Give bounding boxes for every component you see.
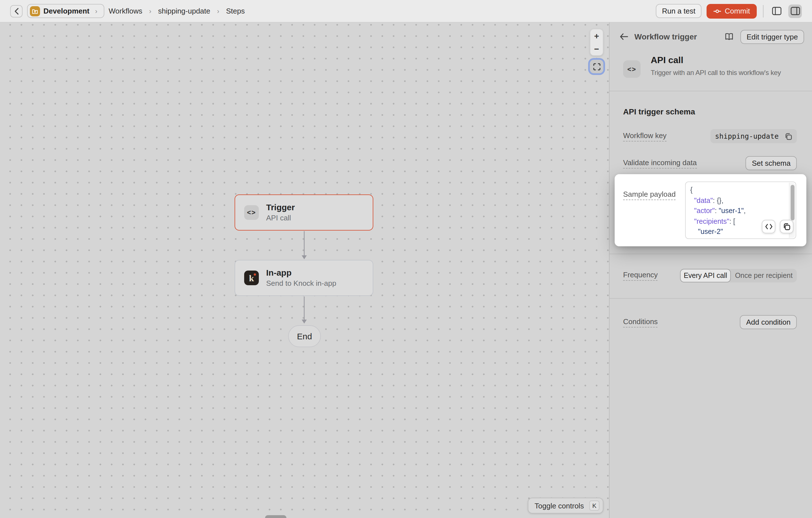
sample-payload-spotlight: Sample payload { "data": {}, "actor": "u… <box>615 174 806 246</box>
trigger-type-summary: <> API call Trigger with an API call to … <box>623 55 804 78</box>
top-bar-left: Development › Workflows › shipping-updat… <box>10 4 651 18</box>
code-brackets-icon <box>765 224 772 230</box>
panel-left-icon <box>772 7 781 15</box>
toggle-left-panel-button[interactable] <box>770 4 783 18</box>
environment-folder-icon <box>30 6 40 16</box>
section-heading: API trigger schema <box>623 107 695 116</box>
panel-right-icon <box>790 7 800 15</box>
toggle-controls-label: Toggle controls <box>534 501 584 510</box>
canvas-zoom-controls: + − <box>590 29 603 73</box>
breadcrumb-workflow-key[interactable]: shipping-update <box>158 7 210 15</box>
workflow-canvas[interactable]: + − <> Trigger API call k In-app S <box>0 23 609 518</box>
toggle-right-panel-button[interactable] <box>788 4 802 18</box>
sample-payload-editor[interactable]: { "data": {}, "actor": "user-1", "recipi… <box>685 182 796 239</box>
conditions-row: Conditions Add condition <box>623 315 797 329</box>
workflow-key-text: shipping-update <box>715 132 779 140</box>
knock-logo-icon: k <box>244 271 259 285</box>
validate-row: Validate incoming data Set schema <box>623 156 797 170</box>
top-bar: Development › Workflows › shipping-updat… <box>0 0 812 23</box>
git-commit-icon <box>713 7 721 15</box>
zoom-button-group: + − <box>590 29 603 56</box>
trigger-node[interactable]: <> Trigger API call <box>235 194 373 231</box>
node-title: In-app <box>266 268 336 278</box>
knock-k-letter: k <box>249 274 254 283</box>
sample-payload-label[interactable]: Sample payload <box>623 190 675 200</box>
workflow-editor-app: Development › Workflows › shipping-updat… <box>0 0 812 518</box>
divider <box>610 254 812 254</box>
node-subtitle: API call <box>266 214 295 222</box>
breadcrumb-workflows[interactable]: Workflows <box>109 7 142 15</box>
frequency-row: Frequency Every API call Once per recipi… <box>623 269 797 282</box>
docs-button[interactable] <box>722 30 736 43</box>
frequency-label[interactable]: Frequency <box>623 271 658 281</box>
panel-back-button[interactable] <box>617 30 630 43</box>
workflow-key-value: shipping-update <box>710 129 797 143</box>
workflow-trigger-panel: Workflow trigger Edit trigger type <> AP… <box>609 23 812 518</box>
code-line: "data": {}, <box>690 195 785 206</box>
validate-incoming-data-label[interactable]: Validate incoming data <box>623 158 697 168</box>
chevron-left-icon <box>14 8 19 14</box>
keyboard-shortcut-badge: K <box>589 500 600 511</box>
node-title: Trigger <box>266 202 295 213</box>
trigger-node-text: Trigger API call <box>266 202 295 222</box>
copy-icon <box>783 223 790 231</box>
commit-label: Commit <box>725 7 750 15</box>
knock-dot <box>254 273 256 276</box>
copy-payload-button[interactable] <box>780 220 793 233</box>
code-line: "actor": "user-1", <box>690 206 785 216</box>
code-scrollbar-thumb[interactable] <box>790 185 794 220</box>
environment-selector[interactable]: Development › <box>27 4 104 18</box>
in-app-node[interactable]: k In-app Send to Knock in-app <box>235 260 373 296</box>
breadcrumb-steps[interactable]: Steps <box>226 7 245 15</box>
back-button[interactable] <box>10 5 23 17</box>
node-subtitle: Send to Knock in-app <box>266 279 336 288</box>
toggle-controls-button[interactable]: Toggle controls K <box>528 498 603 514</box>
frequency-option-every-api-call[interactable]: Every API call <box>680 269 731 282</box>
trigger-type-text: API call Trigger with an API call to thi… <box>651 55 781 78</box>
trigger-type-name: API call <box>651 55 781 65</box>
format-code-button[interactable] <box>762 220 775 233</box>
code-brackets-icon: <> <box>623 60 641 78</box>
book-icon <box>725 33 734 40</box>
edit-trigger-type-button[interactable]: Edit trigger type <box>741 30 804 44</box>
zoom-out-button[interactable]: − <box>590 42 603 55</box>
code-glyph: <> <box>627 65 636 73</box>
divider <box>610 298 812 299</box>
code-glyph: <> <box>247 209 256 216</box>
conditions-label[interactable]: Conditions <box>623 317 658 327</box>
in-app-node-text: In-app Send to Knock in-app <box>266 268 336 288</box>
trigger-type-description: Trigger with an API call to this workflo… <box>651 69 781 77</box>
breadcrumb-separator: › <box>147 7 154 15</box>
panel-header: Workflow trigger Edit trigger type <box>617 29 804 44</box>
frequency-option-once-per-recipient[interactable]: Once per recipient <box>731 269 797 282</box>
top-bar-right: Run a test Commit <box>656 4 802 18</box>
fit-view-button[interactable] <box>590 60 603 73</box>
code-brackets-icon: <> <box>244 205 259 220</box>
commit-button[interactable]: Commit <box>706 4 757 18</box>
fullscreen-icon <box>593 63 600 70</box>
environment-label: Development <box>44 7 89 15</box>
chevron-right-icon: › <box>93 7 99 15</box>
frequency-segmented-control: Every API call Once per recipient <box>680 269 797 282</box>
end-node[interactable]: End <box>288 325 321 347</box>
code-line: ] <box>690 237 785 239</box>
workflow-key-label[interactable]: Workflow key <box>623 131 667 141</box>
run-a-test-button[interactable]: Run a test <box>656 4 702 18</box>
zoom-in-button[interactable]: + <box>590 29 603 42</box>
horizontal-scrollbar-thumb[interactable] <box>265 515 286 518</box>
workflow-key-row: Workflow key shipping-update <box>623 129 797 143</box>
divider <box>610 91 812 91</box>
set-schema-button[interactable]: Set schema <box>746 156 797 170</box>
breadcrumb-separator: › <box>215 7 222 15</box>
panel-title: Workflow trigger <box>634 32 718 41</box>
divider <box>763 5 763 17</box>
add-condition-button[interactable]: Add condition <box>740 315 797 329</box>
code-line: { <box>690 185 785 195</box>
arrow-left-icon <box>619 33 628 40</box>
end-label: End <box>297 331 312 341</box>
copy-icon[interactable] <box>784 132 792 140</box>
